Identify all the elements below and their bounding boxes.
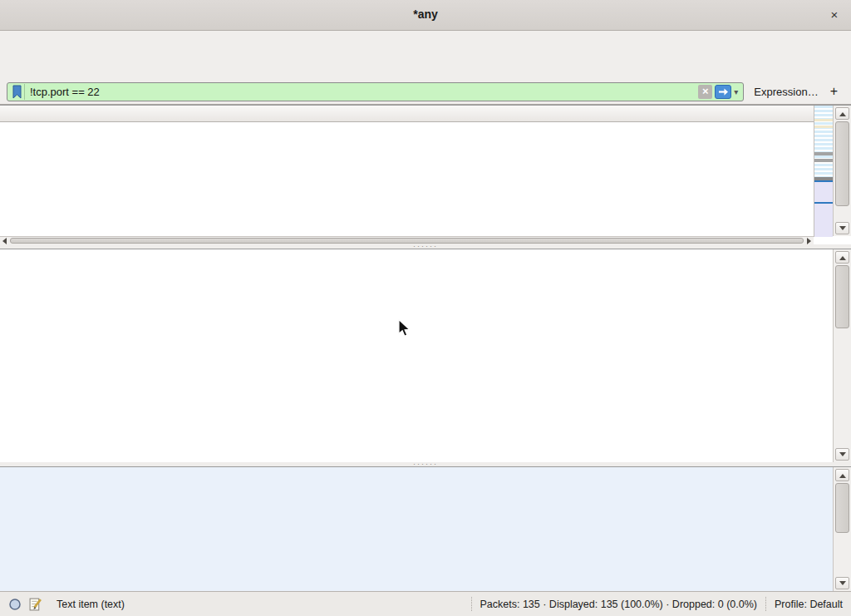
status-bar: Text item (text) Packets: 135 · Displaye… (0, 591, 851, 616)
packet-counts: Packets: 135 · Displayed: 135 (100.0%) ·… (480, 599, 758, 610)
scroll-thumb[interactable] (835, 483, 849, 533)
expert-info-icon[interactable] (8, 598, 22, 611)
scroll-thumb[interactable] (835, 121, 849, 206)
filter-dropdown-arrow[interactable]: ▾ (731, 87, 740, 96)
packet-minimap[interactable] (814, 106, 833, 237)
mouse-cursor (397, 318, 411, 342)
packet-list (0, 105, 851, 244)
status-field-text: Text item (text) (57, 599, 125, 610)
details-scrollbar[interactable] (833, 249, 851, 462)
add-filter-button[interactable]: + (827, 84, 844, 99)
scroll-thumb[interactable] (835, 265, 849, 328)
scroll-right-icon[interactable] (807, 238, 811, 244)
app-window: *any × !tcp.port == 22 × ▾ Expression… + (0, 0, 851, 616)
scroll-down-icon[interactable] (835, 448, 849, 461)
expression-button[interactable]: Expression… (754, 86, 818, 98)
filter-bar: !tcp.port == 22 × ▾ Expression… + (0, 79, 851, 105)
hscroll-thumb[interactable] (10, 238, 804, 244)
filter-text[interactable]: !tcp.port == 22 (30, 86, 698, 98)
status-separator (765, 597, 766, 611)
packet-list-header (0, 106, 814, 122)
hex-dump (0, 466, 851, 591)
status-separator (471, 597, 472, 611)
packet-details (0, 249, 851, 462)
filter-bookmark-icon[interactable] (10, 84, 25, 100)
filter-clear-button[interactable]: × (698, 85, 712, 99)
titlebar: *any × (0, 0, 851, 31)
menubar (0, 31, 851, 49)
scroll-up-icon[interactable] (835, 469, 849, 481)
close-button[interactable]: × (826, 7, 843, 23)
profile-label[interactable]: Profile: Default (775, 599, 843, 610)
hex-scrollbar[interactable] (833, 467, 851, 591)
scroll-up-icon[interactable] (835, 107, 849, 120)
window-title: *any (0, 7, 851, 21)
scroll-up-icon[interactable] (835, 251, 849, 264)
display-filter-input[interactable]: !tcp.port == 22 × ▾ (7, 82, 744, 101)
packet-list-rows (0, 122, 814, 237)
scroll-down-icon[interactable] (835, 577, 849, 589)
filter-apply-button[interactable] (715, 85, 731, 99)
capture-comment-icon[interactable] (29, 597, 42, 611)
main-toolbar (0, 49, 851, 79)
scroll-down-icon[interactable] (835, 222, 849, 234)
packet-list-hscrollbar[interactable] (0, 236, 814, 244)
packet-list-scrollbar[interactable] (833, 106, 851, 236)
scroll-left-icon[interactable] (2, 238, 7, 244)
